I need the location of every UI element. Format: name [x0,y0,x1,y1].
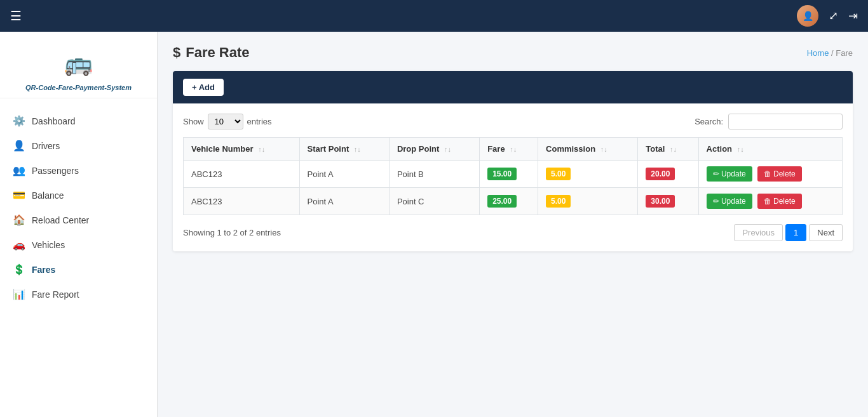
sidebar-item-dashboard[interactable]: ⚙️ Dashboard [0,109,157,133]
col-fare[interactable]: Fare ↑↓ [480,138,538,161]
col-start-point[interactable]: Start Point ↑↓ [299,138,389,161]
menu-toggle-icon[interactable]: ☰ [10,8,22,23]
vehicles-icon: 🚗 [13,239,25,251]
sidebar-item-label: Fares [32,265,55,275]
dashboard-icon: ⚙️ [13,115,25,127]
cell-start-point: Point A [299,161,389,188]
search-label: Search: [695,117,723,126]
sidebar-item-balance[interactable]: 💳 Balance [0,183,157,208]
page-1-button[interactable]: 1 [785,224,806,241]
previous-button[interactable]: Previous [734,224,783,241]
cell-start-point: Point A [299,188,389,215]
logout-icon[interactable]: ⇥ [848,9,858,23]
action-cell: ✏ Update 🗑 Delete [707,166,834,182]
breadcrumb-current: Fare [836,48,853,58]
topbar-left: ☰ [10,8,22,23]
sidebar-logo: 🚌 QR-Code-Fare-Payment-System [0,32,157,98]
sidebar: 🚌 QR-Code-Fare-Payment-System ⚙️ Dashboa… [0,32,158,417]
add-button[interactable]: + Add [183,79,224,96]
sort-icon-action: ↑↓ [737,145,744,153]
col-total[interactable]: Total ↑↓ [638,138,698,161]
sidebar-item-label: Balance [32,190,64,201]
show-entries: Show 10 25 50 100 entries [183,114,272,129]
show-label: Show [183,117,204,126]
search-input[interactable] [728,114,843,129]
table-footer: Showing 1 to 2 of 2 entries Previous 1 N… [183,224,843,241]
col-action[interactable]: Action ↑↓ [698,138,842,161]
logo-graphic: 🚌 [41,44,117,83]
reload-center-icon: 🏠 [13,214,25,226]
page-title-icon: $ [173,44,180,61]
cell-commission: 5.00 [538,188,638,215]
avatar-icon: 👤 [803,11,813,21]
expand-icon[interactable]: ⤢ [829,9,838,23]
cell-vehicle-number: ABC123 [184,188,300,215]
sidebar-item-label: Dashboard [32,116,76,126]
cell-commission: 5.00 [538,161,638,188]
topbar: ☰ 👤 ⤢ ⇥ [0,0,868,32]
page-header: $ Fare Rate Home / Fare [173,44,853,61]
main-layout: 🚌 QR-Code-Fare-Payment-System ⚙️ Dashboa… [0,32,868,417]
pagination: Previous 1 Next [734,224,843,241]
sidebar-item-fares[interactable]: 💲 Fares [0,257,157,282]
fare-rate-table: Vehicle Number ↑↓ Start Point ↑↓ Drop Po… [183,137,843,215]
col-drop-point[interactable]: Drop Point ↑↓ [389,138,479,161]
col-commission[interactable]: Commission ↑↓ [538,138,638,161]
delete-button[interactable]: 🗑 Delete [757,166,802,182]
sidebar-item-label: Passengers [32,166,79,176]
cell-fare: 15.00 [480,161,538,188]
cell-vehicle-number: ABC123 [184,161,300,188]
update-button[interactable]: ✏ Update [707,166,752,182]
cell-action: ✏ Update 🗑 Delete [698,188,842,215]
entries-label: entries [247,117,272,126]
search-area: Search: [695,114,843,129]
page-title: $ Fare Rate [173,44,250,61]
delete-button[interactable]: 🗑 Delete [757,194,802,209]
cell-drop-point: Point C [389,188,479,215]
sidebar-nav: ⚙️ Dashboard 👤 Drivers 👥 Passengers 💳 Ba… [0,103,157,312]
sort-icon-drop: ↑↓ [444,145,451,153]
topbar-right: 👤 ⤢ ⇥ [797,5,858,27]
logo-bus-icon: 🚌 [64,50,93,77]
sort-icon-start: ↑↓ [354,145,361,153]
showing-text: Showing 1 to 2 of 2 entries [183,228,281,237]
sidebar-item-label: Drivers [32,141,60,151]
fares-icon: 💲 [13,263,25,275]
sidebar-item-vehicles[interactable]: 🚗 Vehicles [0,232,157,257]
sidebar-item-drivers[interactable]: 👤 Drivers [0,133,157,158]
next-button[interactable]: Next [809,224,843,241]
sort-icon-fare: ↑↓ [510,145,517,153]
fare-rate-panel: + Add Show 10 25 50 100 entries [173,71,853,251]
cell-action: ✏ Update 🗑 Delete [698,161,842,188]
table-controls: Show 10 25 50 100 entries Search: [183,114,843,129]
panel-body: Show 10 25 50 100 entries Search: [173,103,853,251]
sidebar-item-label: Reload Center [32,215,89,225]
content-area: $ Fare Rate Home / Fare + Add Show [158,32,868,417]
logo-text: QR-Code-Fare-Payment-System [25,84,132,91]
sidebar-item-passengers[interactable]: 👥 Passengers [0,158,157,183]
sidebar-item-label: Vehicles [32,240,65,250]
page-title-text: Fare Rate [186,44,249,61]
cell-drop-point: Point B [389,161,479,188]
table-row: ABC123 Point A Point B 15.00 5.00 20.00 … [184,161,843,188]
sidebar-item-fare-report[interactable]: 📊 Fare Report [0,282,157,307]
sort-icon-vehicle: ↑↓ [258,145,265,153]
drivers-icon: 👤 [13,140,25,152]
fare-report-icon: 📊 [13,288,25,300]
breadcrumb-home[interactable]: Home [807,48,829,58]
breadcrumb: Home / Fare [807,48,853,58]
col-vehicle-number[interactable]: Vehicle Number ↑↓ [184,138,300,161]
balance-icon: 💳 [13,189,25,201]
avatar[interactable]: 👤 [797,5,818,27]
action-cell: ✏ Update 🗑 Delete [707,194,834,209]
table-row: ABC123 Point A Point C 25.00 5.00 30.00 … [184,188,843,215]
cell-total: 30.00 [638,188,698,215]
cell-fare: 25.00 [480,188,538,215]
passengers-icon: 👥 [13,164,25,176]
update-button[interactable]: ✏ Update [707,194,752,209]
sidebar-item-reload-center[interactable]: 🏠 Reload Center [0,208,157,232]
sort-icon-commission: ↑↓ [600,145,607,153]
entries-select[interactable]: 10 25 50 100 [208,114,243,129]
table-header-row: Vehicle Number ↑↓ Start Point ↑↓ Drop Po… [184,138,843,161]
sidebar-item-label: Fare Report [32,289,79,300]
